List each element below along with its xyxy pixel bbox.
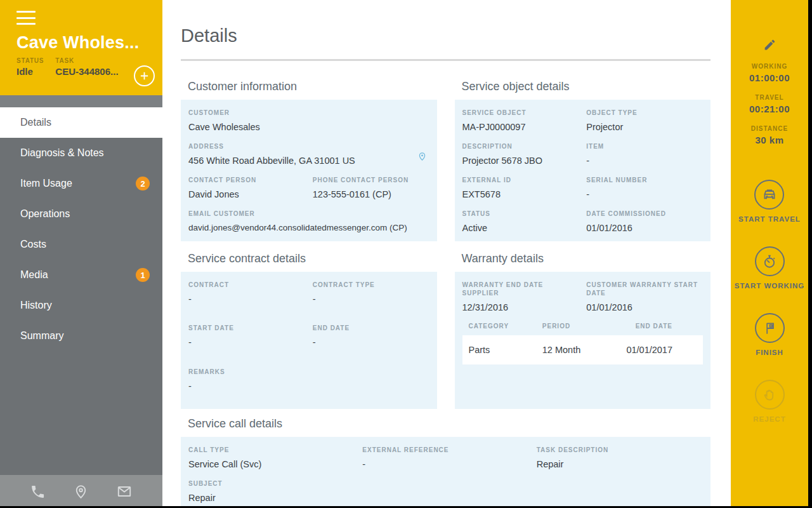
sidebar-item-summary[interactable]: Summary [0, 321, 162, 351]
field-email-customer: EMAIL CUSTOMER david.jones@vendor44.cons… [188, 210, 429, 234]
start-working-button[interactable]: START WORKING [735, 246, 805, 290]
sidebar-item-operations[interactable]: Operations [0, 199, 162, 229]
field-date-commissioned: DATE COMMISSIONED 01/01/2016 [586, 210, 703, 234]
map-pin-icon[interactable] [417, 151, 427, 162]
section-title: Warranty details [455, 252, 711, 265]
warranty-panel: WARRANTY END DATE SUPPLIER 12/31/2016 CU… [455, 272, 711, 409]
warranty-table-header: CATEGORY PERIOD END DATE [462, 322, 704, 330]
status-value: Idle [16, 66, 44, 77]
title-divider [181, 59, 710, 61]
field-customer-warranty-start-date: CUSTOMER WARRANTY START DATE 01/01/2016 [586, 281, 703, 313]
nav-top-strip [0, 95, 162, 107]
sidebar-item-history[interactable]: History [0, 290, 162, 321]
section-title: Service call details [181, 417, 710, 431]
field-call-type: CALL TYPE Service Call (Svc) [188, 446, 355, 470]
field-service-object: SERVICE OBJECT MA-PJ0000097 [462, 109, 579, 133]
status-task-row: STATUS Idle TASK CEU-344806... [16, 57, 146, 77]
details-page: Details Customer information CUSTOMER Ca… [162, 0, 731, 508]
customer-information-section: Customer information CUSTOMER Cave Whole… [181, 80, 437, 241]
sidebar-item-costs[interactable]: Costs [0, 229, 162, 260]
start-travel-button[interactable]: START TRAVEL [738, 180, 801, 223]
table-row: Parts 12 Month 01/01/2017 [462, 335, 704, 364]
field-serial-number: SERIAL NUMBER - [586, 176, 703, 200]
sidebar-item-diagnosis-notes[interactable]: Diagnosis & Notes [0, 138, 162, 168]
field-contract-type: CONTRACT TYPE - [313, 281, 429, 314]
envelope-icon[interactable] [116, 483, 133, 500]
phone-icon[interactable] [30, 484, 46, 500]
add-button[interactable] [134, 65, 155, 86]
sidebar-item-media[interactable]: Media 1 [0, 260, 162, 290]
field-contact-person: CONTACT PERSON David Jones [188, 176, 305, 200]
hand-icon [755, 380, 785, 410]
working-timer: WORKING 01:00:00 [749, 63, 790, 83]
task-nav: Details Diagnosis & Notes Item Usage 2 O… [0, 107, 162, 475]
field-description: DESCRIPTION Projector 5678 JBO [462, 142, 579, 166]
field-external-id: EXTERNAL ID EXT5678 [462, 176, 579, 200]
field-task-description: TASK DESCRIPTION Repair [537, 446, 703, 470]
menu-icon[interactable] [16, 11, 36, 25]
pencil-icon [763, 38, 776, 51]
task-header: Cave Wholes... STATUS Idle TASK CEU-3448… [0, 0, 162, 95]
service-call-panel: CALL TYPE Service Call (Svc) EXTERNAL RE… [181, 437, 710, 508]
location-pin-icon[interactable] [73, 484, 89, 500]
action-buttons: START TRAVEL START WORKING [735, 156, 805, 423]
status-label: STATUS [16, 57, 44, 64]
sidebar-item-details[interactable]: Details [0, 107, 162, 138]
sidebar-item-item-usage[interactable]: Item Usage 2 [0, 168, 162, 199]
field-remarks: REMARKS - [188, 368, 429, 401]
field-end-date: END DATE - [313, 324, 429, 358]
field-item: ITEM - [586, 142, 703, 166]
detail-panels: Customer information CUSTOMER Cave Whole… [181, 80, 710, 409]
task-customer-title: Cave Wholes... [16, 33, 146, 53]
task-value: CEU-344806... [55, 66, 118, 77]
left-sidebar: Cave Wholes... STATUS Idle TASK CEU-3448… [0, 0, 162, 508]
field-start-date: START DATE - [188, 324, 305, 358]
plus-circle-icon [139, 70, 150, 81]
travel-timer: TRAVEL 00:21:00 [749, 94, 790, 114]
service-call-section: Service call details CALL TYPE Service C… [181, 417, 710, 508]
field-address: ADDRESS 456 White Road Abbeville, GA 310… [188, 142, 429, 166]
service-contract-panel: CONTRACT - CONTRACT TYPE - START DATE - … [181, 272, 437, 409]
service-object-panel: SERVICE OBJECT MA-PJ0000097 OBJECT TYPE … [455, 100, 711, 241]
field-customer: CUSTOMER Cave Wholesales [188, 109, 429, 133]
car-icon [754, 180, 784, 210]
field-contract: CONTRACT - [188, 281, 305, 314]
field-phone-contact-person: PHONE CONTACT PERSON 123-555-0161 (CP) [313, 176, 429, 200]
field-warranty-end-date-supplier: WARRANTY END DATE SUPPLIER 12/31/2016 [462, 281, 579, 313]
field-external-reference: EXTERNAL REFERENCE - [362, 446, 528, 470]
section-title: Service object details [455, 80, 711, 93]
flag-icon [755, 313, 785, 343]
reject-button[interactable]: REJECT [753, 380, 785, 423]
page-title: Details [181, 25, 710, 46]
item-usage-badge: 2 [136, 177, 150, 190]
task-label: TASK [55, 57, 118, 64]
app-screen: Cave Wholes... STATUS Idle TASK CEU-3448… [0, 0, 812, 508]
customer-information-panel: CUSTOMER Cave Wholesales ADDRESS 456 Whi… [181, 100, 437, 241]
field-status: STATUS Active [462, 210, 579, 234]
field-object-type: OBJECT TYPE Projector [586, 109, 703, 133]
timers: WORKING 01:00:00 TRAVEL 00:21:00 DISTANC… [749, 63, 790, 156]
warranty-table: CATEGORY PERIOD END DATE Parts 12 Month … [462, 322, 704, 364]
edit-times-button[interactable] [763, 38, 776, 51]
section-title: Service contract details [181, 252, 437, 265]
media-badge: 1 [136, 268, 150, 282]
service-contract-section: Service contract details CONTRACT - CONT… [181, 252, 437, 409]
screen-bezel-right [808, 0, 812, 508]
section-title: Customer information [181, 80, 437, 93]
distance-counter: DISTANCE 30 km [751, 125, 788, 145]
action-rail: WORKING 01:00:00 TRAVEL 00:21:00 DISTANC… [731, 0, 812, 508]
service-object-section: Service object details SERVICE OBJECT MA… [455, 80, 711, 241]
finish-button[interactable]: FINISH [755, 313, 785, 356]
field-subject: SUBJECT Repair [188, 479, 703, 504]
contact-actions-bar [0, 475, 162, 508]
stopwatch-icon [755, 246, 785, 276]
warranty-section: Warranty details WARRANTY END DATE SUPPL… [455, 252, 711, 409]
